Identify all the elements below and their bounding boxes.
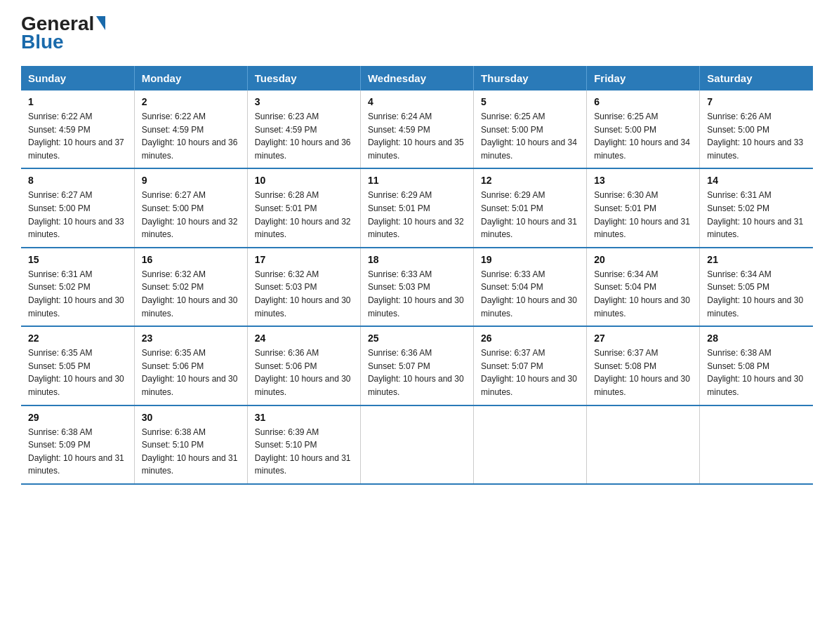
day-number: 4	[368, 96, 466, 107]
day-number: 30	[142, 412, 240, 423]
day-cell: 3 Sunrise: 6:23 AMSunset: 4:59 PMDayligh…	[247, 90, 360, 168]
week-row-1: 1 Sunrise: 6:22 AMSunset: 4:59 PMDayligh…	[21, 90, 813, 168]
day-number: 7	[707, 96, 806, 107]
day-cell: 20 Sunrise: 6:34 AMSunset: 5:04 PMDaylig…	[587, 248, 700, 326]
day-cell: 5 Sunrise: 6:25 AMSunset: 5:00 PMDayligh…	[474, 90, 587, 168]
day-cell: 26 Sunrise: 6:37 AMSunset: 5:07 PMDaylig…	[474, 326, 587, 405]
day-info: Sunrise: 6:25 AMSunset: 5:00 PMDaylight:…	[594, 110, 692, 162]
day-info: Sunrise: 6:35 AMSunset: 5:05 PMDaylight:…	[28, 347, 127, 398]
day-cell	[360, 405, 473, 484]
day-info: Sunrise: 6:35 AMSunset: 5:06 PMDaylight:…	[142, 347, 240, 398]
day-number: 9	[142, 175, 240, 186]
col-header-friday: Friday	[587, 66, 700, 90]
day-cell: 23 Sunrise: 6:35 AMSunset: 5:06 PMDaylig…	[134, 326, 247, 405]
day-info: Sunrise: 6:39 AMSunset: 5:10 PMDaylight:…	[255, 426, 353, 478]
day-cell: 12 Sunrise: 6:29 AMSunset: 5:01 PMDaylig…	[474, 168, 587, 247]
day-number: 18	[368, 254, 466, 265]
day-number: 23	[142, 333, 240, 344]
day-info: Sunrise: 6:33 AMSunset: 5:03 PMDaylight:…	[368, 268, 466, 320]
week-row-3: 15 Sunrise: 6:31 AMSunset: 5:02 PMDaylig…	[21, 248, 813, 326]
day-info: Sunrise: 6:22 AMSunset: 4:59 PMDaylight:…	[142, 110, 240, 162]
day-info: Sunrise: 6:32 AMSunset: 5:03 PMDaylight:…	[255, 268, 353, 320]
day-cell: 2 Sunrise: 6:22 AMSunset: 4:59 PMDayligh…	[134, 90, 247, 168]
day-cell: 30 Sunrise: 6:38 AMSunset: 5:10 PMDaylig…	[134, 405, 247, 484]
day-cell: 1 Sunrise: 6:22 AMSunset: 4:59 PMDayligh…	[21, 90, 134, 168]
day-cell: 4 Sunrise: 6:24 AMSunset: 4:59 PMDayligh…	[360, 90, 473, 168]
day-cell: 7 Sunrise: 6:26 AMSunset: 5:00 PMDayligh…	[700, 90, 813, 168]
calendar-table: SundayMondayTuesdayWednesdayThursdayFrid…	[21, 66, 813, 485]
day-info: Sunrise: 6:29 AMSunset: 5:01 PMDaylight:…	[368, 189, 466, 241]
day-number: 21	[707, 254, 806, 265]
day-number: 27	[594, 333, 692, 344]
day-cell: 9 Sunrise: 6:27 AMSunset: 5:00 PMDayligh…	[134, 168, 247, 247]
day-number: 13	[594, 175, 692, 186]
day-number: 14	[707, 175, 806, 186]
day-number: 11	[368, 175, 466, 186]
day-info: Sunrise: 6:37 AMSunset: 5:07 PMDaylight:…	[481, 347, 579, 398]
day-info: Sunrise: 6:27 AMSunset: 5:00 PMDaylight:…	[28, 189, 127, 241]
day-number: 10	[255, 175, 353, 186]
day-number: 19	[481, 254, 579, 265]
day-cell: 6 Sunrise: 6:25 AMSunset: 5:00 PMDayligh…	[587, 90, 700, 168]
day-cell: 19 Sunrise: 6:33 AMSunset: 5:04 PMDaylig…	[474, 248, 587, 326]
day-cell: 21 Sunrise: 6:34 AMSunset: 5:05 PMDaylig…	[700, 248, 813, 326]
day-number: 2	[142, 96, 240, 107]
day-number: 12	[481, 175, 579, 186]
day-info: Sunrise: 6:38 AMSunset: 5:09 PMDaylight:…	[28, 426, 127, 478]
day-info: Sunrise: 6:25 AMSunset: 5:00 PMDaylight:…	[481, 110, 579, 162]
day-info: Sunrise: 6:36 AMSunset: 5:06 PMDaylight:…	[255, 347, 353, 398]
week-row-5: 29 Sunrise: 6:38 AMSunset: 5:09 PMDaylig…	[21, 405, 813, 484]
day-cell: 22 Sunrise: 6:35 AMSunset: 5:05 PMDaylig…	[21, 326, 134, 405]
day-number: 8	[28, 175, 127, 186]
day-cell: 15 Sunrise: 6:31 AMSunset: 5:02 PMDaylig…	[21, 248, 134, 326]
day-number: 25	[368, 333, 466, 344]
day-number: 17	[255, 254, 353, 265]
day-number: 6	[594, 96, 692, 107]
day-cell: 10 Sunrise: 6:28 AMSunset: 5:01 PMDaylig…	[247, 168, 360, 247]
day-cell	[587, 405, 700, 484]
logo-arrow-icon	[96, 16, 105, 30]
col-header-monday: Monday	[134, 66, 247, 90]
day-info: Sunrise: 6:23 AMSunset: 4:59 PMDaylight:…	[255, 110, 353, 162]
day-info: Sunrise: 6:34 AMSunset: 5:04 PMDaylight:…	[594, 268, 692, 320]
day-cell: 11 Sunrise: 6:29 AMSunset: 5:01 PMDaylig…	[360, 168, 473, 247]
day-info: Sunrise: 6:22 AMSunset: 4:59 PMDaylight:…	[28, 110, 127, 162]
day-cell: 31 Sunrise: 6:39 AMSunset: 5:10 PMDaylig…	[247, 405, 360, 484]
day-number: 3	[255, 96, 353, 107]
day-number: 20	[594, 254, 692, 265]
day-number: 5	[481, 96, 579, 107]
page-header: General Blue	[21, 14, 813, 53]
col-header-tuesday: Tuesday	[247, 66, 360, 90]
day-cell: 16 Sunrise: 6:32 AMSunset: 5:02 PMDaylig…	[134, 248, 247, 326]
logo: General Blue	[21, 14, 105, 53]
day-number: 28	[707, 333, 806, 344]
day-info: Sunrise: 6:34 AMSunset: 5:05 PMDaylight:…	[707, 268, 806, 320]
col-header-saturday: Saturday	[700, 66, 813, 90]
day-info: Sunrise: 6:29 AMSunset: 5:01 PMDaylight:…	[481, 189, 579, 241]
day-cell: 14 Sunrise: 6:31 AMSunset: 5:02 PMDaylig…	[700, 168, 813, 247]
day-info: Sunrise: 6:38 AMSunset: 5:10 PMDaylight:…	[142, 426, 240, 478]
week-row-2: 8 Sunrise: 6:27 AMSunset: 5:00 PMDayligh…	[21, 168, 813, 247]
day-info: Sunrise: 6:31 AMSunset: 5:02 PMDaylight:…	[707, 189, 806, 241]
day-cell: 29 Sunrise: 6:38 AMSunset: 5:09 PMDaylig…	[21, 405, 134, 484]
day-info: Sunrise: 6:27 AMSunset: 5:00 PMDaylight:…	[142, 189, 240, 241]
col-header-sunday: Sunday	[21, 66, 134, 90]
day-cell	[700, 405, 813, 484]
day-info: Sunrise: 6:37 AMSunset: 5:08 PMDaylight:…	[594, 347, 692, 398]
week-row-4: 22 Sunrise: 6:35 AMSunset: 5:05 PMDaylig…	[21, 326, 813, 405]
logo-blue: Blue	[21, 31, 64, 53]
day-cell	[474, 405, 587, 484]
day-cell: 25 Sunrise: 6:36 AMSunset: 5:07 PMDaylig…	[360, 326, 473, 405]
day-info: Sunrise: 6:33 AMSunset: 5:04 PMDaylight:…	[481, 268, 579, 320]
day-info: Sunrise: 6:32 AMSunset: 5:02 PMDaylight:…	[142, 268, 240, 320]
day-cell: 18 Sunrise: 6:33 AMSunset: 5:03 PMDaylig…	[360, 248, 473, 326]
calendar-header-row: SundayMondayTuesdayWednesdayThursdayFrid…	[21, 66, 813, 90]
day-cell: 27 Sunrise: 6:37 AMSunset: 5:08 PMDaylig…	[587, 326, 700, 405]
day-number: 29	[28, 412, 127, 423]
day-info: Sunrise: 6:28 AMSunset: 5:01 PMDaylight:…	[255, 189, 353, 241]
day-number: 15	[28, 254, 127, 265]
col-header-wednesday: Wednesday	[360, 66, 473, 90]
day-number: 16	[142, 254, 240, 265]
day-number: 22	[28, 333, 127, 344]
day-info: Sunrise: 6:38 AMSunset: 5:08 PMDaylight:…	[707, 347, 806, 398]
